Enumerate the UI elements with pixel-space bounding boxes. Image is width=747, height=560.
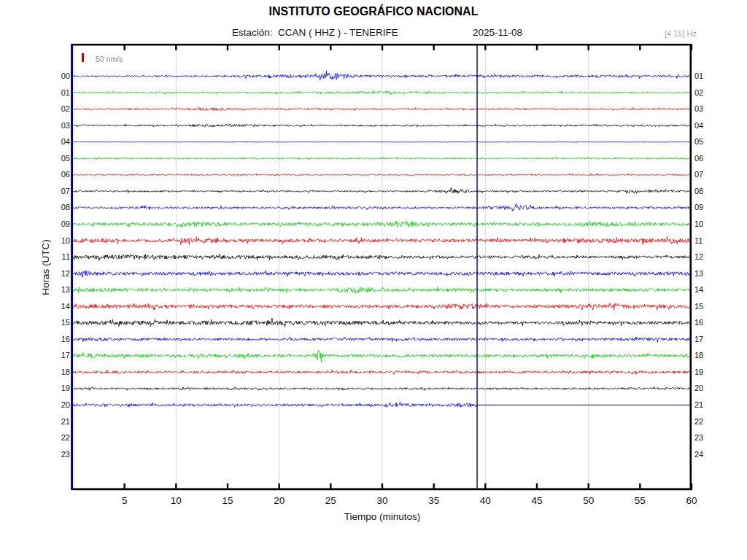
x-tick-label-15: 15 xyxy=(212,495,244,506)
helicorder-plot xyxy=(0,0,747,560)
hour-label-right-06: 06 xyxy=(694,154,724,163)
hour-label-left-17: 17 xyxy=(29,351,70,360)
hour-label-left-00: 00 xyxy=(29,71,70,81)
hour-label-right-19: 19 xyxy=(694,368,724,377)
hour-label-left-01: 01 xyxy=(29,88,70,98)
hour-label-left-09: 09 xyxy=(29,219,70,229)
x-tick-label-45: 45 xyxy=(521,495,553,506)
hour-label-left-05: 05 xyxy=(29,154,70,163)
hour-label-right-24: 24 xyxy=(694,450,724,459)
hour-label-right-03: 03 xyxy=(694,104,724,114)
x-tick-label-55: 55 xyxy=(624,495,656,506)
hour-label-right-13: 13 xyxy=(694,269,724,279)
hour-label-right-08: 08 xyxy=(694,187,724,196)
hour-label-right-11: 11 xyxy=(694,236,724,246)
hour-label-left-06: 06 xyxy=(29,170,70,179)
hour-label-right-15: 15 xyxy=(694,302,724,311)
hour-label-left-16: 16 xyxy=(29,335,70,344)
hour-label-left-08: 08 xyxy=(29,203,70,212)
hour-label-right-12: 12 xyxy=(694,252,724,262)
hour-label-left-18: 18 xyxy=(29,368,70,377)
hour-label-right-09: 09 xyxy=(694,203,724,212)
hour-label-right-05: 05 xyxy=(694,137,724,147)
hour-label-right-14: 14 xyxy=(694,285,724,295)
hour-label-right-01: 01 xyxy=(694,71,724,81)
x-tick-label-40: 40 xyxy=(469,495,501,506)
amplitude-scale-label: 50 nm/s xyxy=(96,55,123,63)
x-tick-label-30: 30 xyxy=(366,495,398,506)
x-tick-label-35: 35 xyxy=(418,495,450,506)
hour-label-left-07: 07 xyxy=(29,187,70,196)
hour-label-left-10: 10 xyxy=(29,236,70,246)
x-tick-label-60: 60 xyxy=(676,495,708,506)
hour-label-left-23: 23 xyxy=(29,450,70,459)
hour-label-left-14: 14 xyxy=(29,302,70,311)
trace-row-20 xyxy=(73,402,477,408)
hour-label-right-02: 02 xyxy=(694,88,724,98)
hour-label-left-11: 11 xyxy=(29,252,70,262)
hour-label-left-20: 20 xyxy=(29,400,70,410)
hour-label-left-15: 15 xyxy=(29,318,70,327)
hour-label-left-12: 12 xyxy=(29,269,70,279)
hour-label-left-22: 22 xyxy=(29,433,70,443)
amplitude-scale-bar xyxy=(82,53,84,62)
x-tick-label-50: 50 xyxy=(573,495,605,506)
hour-label-right-04: 04 xyxy=(694,121,724,131)
hour-label-right-22: 22 xyxy=(694,417,724,427)
hour-label-right-21: 21 xyxy=(694,400,724,410)
helicorder-page: INSTITUTO GEOGRÁFICO NACIONAL Estación: … xyxy=(0,0,747,560)
hour-label-left-21: 21 xyxy=(29,417,70,427)
x-tick-label-25: 25 xyxy=(314,495,347,506)
x-tick-label-20: 20 xyxy=(263,495,295,506)
hour-label-right-18: 18 xyxy=(694,351,724,360)
hour-label-right-07: 07 xyxy=(694,170,724,179)
x-tick-label-5: 5 xyxy=(109,495,141,506)
hour-label-right-23: 23 xyxy=(694,433,724,443)
x-tick-label-10: 10 xyxy=(160,495,192,506)
hour-label-right-16: 16 xyxy=(694,318,724,327)
x-axis-title: Tiempo (minutos) xyxy=(0,511,747,522)
hour-label-right-10: 10 xyxy=(694,219,724,229)
hour-label-left-04: 04 xyxy=(29,137,70,147)
hour-label-right-20: 20 xyxy=(694,384,724,393)
hour-label-right-17: 17 xyxy=(694,335,724,344)
hour-label-left-13: 13 xyxy=(29,285,70,295)
hour-label-left-19: 19 xyxy=(29,384,70,393)
hour-label-left-03: 03 xyxy=(29,121,70,131)
hour-label-left-02: 02 xyxy=(29,104,70,114)
